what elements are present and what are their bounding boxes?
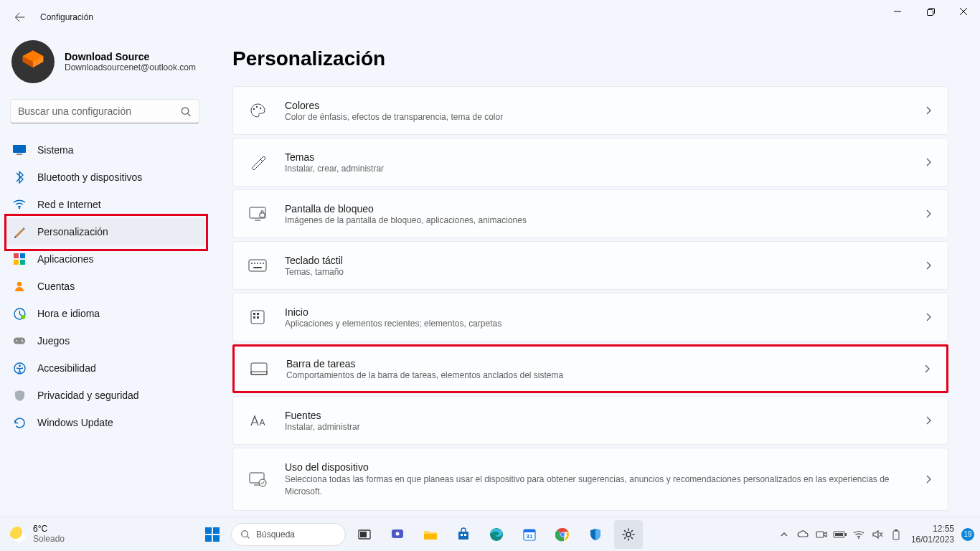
card-title: Temas	[285, 151, 923, 163]
tray-chevron-icon[interactable]	[776, 530, 792, 539]
svg-rect-49	[458, 532, 468, 540]
weather-cond: Soleado	[33, 534, 65, 544]
card-temas[interactable]: TemasInstalar, crear, administrar	[232, 138, 948, 187]
volume-icon[interactable]	[870, 529, 885, 540]
minimize-icon	[894, 8, 901, 15]
sidebar-item-red[interactable]: Red e Internet	[4, 191, 205, 218]
clock-date: 16/01/2023	[911, 534, 954, 545]
explorer-button[interactable]	[416, 520, 445, 549]
settings-button[interactable]	[614, 520, 643, 549]
edge-button[interactable]	[482, 520, 511, 549]
start-button[interactable]	[198, 520, 227, 549]
taskbar-search-label: Búsqueda	[256, 529, 295, 540]
sidebar-item-aplicaciones[interactable]: Aplicaciones	[4, 245, 205, 273]
sidebar-item-label: Windows Update	[37, 417, 113, 428]
taskbar-weather[interactable]: 6°C Soleado	[0, 524, 65, 543]
accesibilidad-icon	[13, 362, 26, 375]
svg-rect-13	[14, 338, 25, 344]
task-view-button[interactable]	[350, 520, 379, 549]
sidebar-item-personalizacion[interactable]: Personalización	[4, 218, 205, 245]
svg-point-27	[257, 263, 258, 264]
barra-icon	[249, 359, 269, 379]
sidebar-item-hora[interactable]: Hora e idioma	[4, 300, 205, 327]
card-subtitle: Imágenes de la pantalla de bloqueo, apli…	[285, 215, 923, 225]
svg-rect-8	[14, 260, 19, 265]
svg-point-59	[561, 532, 565, 536]
svg-point-10	[17, 282, 22, 286]
gear-icon	[621, 527, 636, 542]
back-button[interactable]	[6, 3, 34, 32]
calendar-icon: 31	[522, 527, 537, 542]
chevron-right-icon	[923, 209, 933, 219]
maximize-icon	[927, 8, 935, 16]
weather-icon	[10, 527, 26, 542]
battery-icon[interactable]	[832, 530, 848, 539]
chevron-right-icon	[923, 312, 933, 322]
onedrive-icon[interactable]	[795, 528, 811, 541]
sidebar-item-update[interactable]: Windows Update	[4, 409, 205, 436]
edge-icon	[489, 527, 504, 542]
colores-icon	[248, 100, 268, 121]
search-icon	[180, 106, 192, 117]
maximize-button[interactable]	[914, 0, 947, 23]
chrome-button[interactable]	[548, 520, 577, 549]
svg-point-18	[19, 364, 21, 367]
svg-rect-46	[360, 532, 367, 537]
wifi-icon[interactable]	[851, 529, 867, 540]
svg-rect-6	[14, 253, 19, 258]
chat-icon	[390, 527, 405, 542]
svg-point-48	[395, 532, 399, 535]
sidebar-item-bluetooth[interactable]: Bluetooth y dispositivos	[4, 164, 205, 191]
windows-icon	[205, 527, 220, 542]
meet-now-icon[interactable]	[814, 528, 829, 541]
sidebar-item-accesibilidad[interactable]: Accesibilidad	[4, 354, 205, 382]
store-button[interactable]	[449, 520, 478, 549]
sidebar-item-juegos[interactable]: Juegos	[4, 327, 205, 354]
sidebar-item-privacidad[interactable]: Privacidad y seguridad	[4, 382, 205, 409]
taskbar-search[interactable]: Búsqueda	[231, 523, 346, 546]
taskbar-clock[interactable]: 12:55 16/01/2023	[911, 524, 954, 545]
svg-point-26	[254, 263, 255, 264]
sidebar-item-cuentas[interactable]: Cuentas	[4, 273, 205, 300]
nav-list: SistemaBluetooth y dispositivosRed e Int…	[0, 136, 209, 436]
chevron-right-icon	[923, 260, 933, 270]
card-subtitle: Selecciona todas las formas en que plane…	[285, 474, 923, 496]
fuentes-icon	[248, 410, 268, 430]
window-controls	[881, 0, 980, 23]
svg-rect-30	[253, 267, 262, 268]
card-uso[interactable]: Uso del dispositivoSelecciona todas las …	[232, 448, 948, 511]
uso-icon	[248, 469, 268, 489]
svg-point-25	[251, 263, 253, 264]
sidebar-item-sistema[interactable]: Sistema	[4, 136, 205, 164]
card-fuentes[interactable]: FuentesInstalar, administrar	[232, 396, 948, 445]
card-subtitle: Instalar, administrar	[285, 422, 923, 432]
security-button[interactable]	[581, 520, 610, 549]
notification-badge[interactable]: 19	[961, 528, 974, 541]
card-colores[interactable]: ColoresColor de énfasis, efectos de tran…	[232, 86, 948, 135]
sidebar-item-label: Accesibilidad	[37, 362, 96, 374]
calendar-button[interactable]: 31	[515, 520, 544, 549]
card-teclado[interactable]: Teclado táctilTemas, tamaño	[232, 241, 948, 290]
search-input[interactable]	[18, 105, 180, 117]
chevron-right-icon	[922, 364, 932, 374]
card-barra[interactable]: Barra de tareasComportamientos de la bar…	[232, 344, 948, 393]
search-icon	[240, 529, 250, 540]
sidebar-item-label: Juegos	[37, 335, 70, 347]
profile-email: Downloadsourcenet@outlook.com	[65, 62, 196, 72]
avatar	[11, 40, 55, 83]
card-inicio[interactable]: InicioAplicaciones y elementos recientes…	[232, 293, 948, 342]
svg-point-44	[242, 530, 248, 537]
card-bloqueo[interactable]: Pantalla de bloqueoImágenes de la pantal…	[232, 189, 948, 238]
svg-point-39	[259, 479, 266, 486]
power-icon[interactable]	[888, 529, 904, 540]
svg-point-29	[263, 263, 264, 264]
profile-block[interactable]: Download Source Downloadsourcenet@outloo…	[0, 34, 209, 92]
search-box[interactable]	[10, 99, 199, 123]
sidebar-item-label: Hora e idioma	[37, 308, 100, 319]
svg-point-20	[256, 106, 258, 108]
minimize-button[interactable]	[881, 0, 914, 23]
svg-rect-4	[17, 154, 22, 155]
chat-button[interactable]	[383, 520, 412, 549]
close-button[interactable]	[947, 0, 980, 23]
app-title: Configuración	[40, 12, 93, 22]
